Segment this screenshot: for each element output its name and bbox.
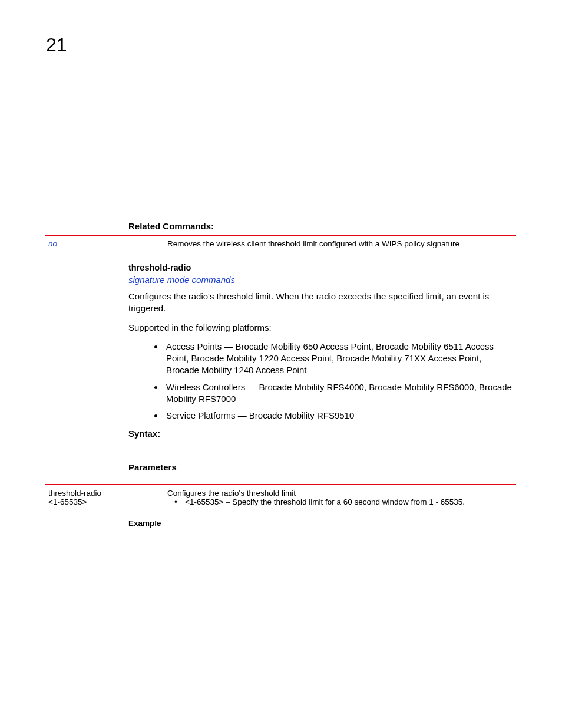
list-item: Service Platforms — Brocade Mobility RFS… <box>164 410 516 421</box>
command-description: Configures the radio's threshold limit. … <box>128 291 516 315</box>
example-heading: Example <box>128 519 516 528</box>
param-name-line2: <1-65535> <box>48 498 160 506</box>
table-row: threshold-radio <1-65535> Configures the… <box>45 485 516 510</box>
cmd-link-no[interactable]: no <box>48 239 57 248</box>
parameters-heading: Parameters <box>128 462 516 472</box>
related-commands-table: no Removes the wireless client threshold… <box>45 235 516 252</box>
parameters-table: threshold-radio <1-65535> Configures the… <box>45 484 516 510</box>
param-name-line1: threshold-radio <box>48 489 160 498</box>
list-item: Wireless Controllers — Brocade Mobility … <box>164 381 516 406</box>
page: 21 Related Commands: no Removes the wire… <box>0 0 562 728</box>
supported-intro: Supported in the following platforms: <box>128 322 516 334</box>
command-name: threshold-radio <box>128 263 516 272</box>
content-block: Related Commands: no Removes the wireles… <box>128 221 516 528</box>
platforms-list: Access Points — Brocade Mobility 650 Acc… <box>128 341 516 422</box>
param-desc-line1: Configures the radio's threshold limit <box>167 489 513 498</box>
mode-link[interactable]: signature mode commands <box>128 275 516 285</box>
cmd-desc: Removes the wireless client threshold li… <box>164 235 516 252</box>
syntax-heading: Syntax: <box>128 429 516 439</box>
param-desc-line2: <1-65535> – Specify the threshold limit … <box>167 498 513 506</box>
list-item: Access Points — Brocade Mobility 650 Acc… <box>164 341 516 377</box>
related-commands-heading: Related Commands: <box>128 221 516 231</box>
table-row: no Removes the wireless client threshold… <box>45 235 516 252</box>
chapter-number: 21 <box>46 34 516 56</box>
